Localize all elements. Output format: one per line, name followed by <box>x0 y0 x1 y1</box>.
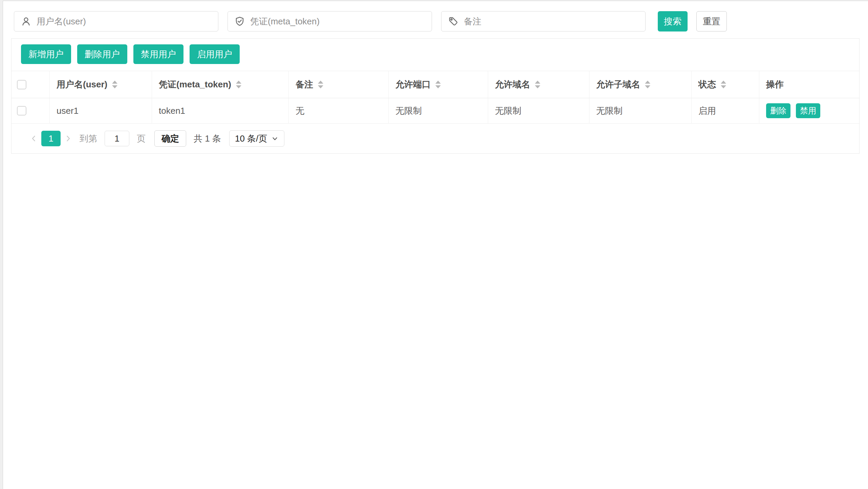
sort-icon[interactable] <box>645 81 650 88</box>
sort-icon[interactable] <box>721 81 726 88</box>
add-user-button[interactable]: 新增用户 <box>21 44 71 64</box>
token-search-field[interactable] <box>227 11 432 31</box>
column-header-username[interactable]: 用户名(user) <box>50 71 152 98</box>
page-unit-label: 页 <box>137 133 146 145</box>
action-toolbar: 新增用户 删除用户 禁用用户 启用用户 <box>12 39 859 64</box>
reset-button[interactable]: 重置 <box>696 11 727 31</box>
note-search-field[interactable] <box>441 11 646 31</box>
table-header-row: 用户名(user) 凭证(meta_token) 备注 允许端口 允许域名 <box>12 71 859 98</box>
cell-token: token1 <box>152 98 289 123</box>
chevron-left-icon <box>30 134 38 143</box>
column-label: 用户名(user) <box>57 79 107 90</box>
next-page-button[interactable] <box>61 131 75 146</box>
table-row: user1 token1 无 无限制 无限制 无限制 启用 删除 禁用 <box>12 98 859 124</box>
username-search-field[interactable] <box>14 11 218 31</box>
page-size-value: 10 条/页 <box>235 133 267 145</box>
column-header-token[interactable]: 凭证(meta_token) <box>152 71 289 98</box>
row-checkbox-cell <box>12 98 50 123</box>
prev-page-button[interactable] <box>27 131 41 146</box>
column-header-status[interactable]: 状态 <box>692 71 759 98</box>
cell-status: 启用 <box>692 98 759 123</box>
token-search-input[interactable] <box>250 16 425 27</box>
sort-icon[interactable] <box>535 81 540 88</box>
page-jump-input[interactable] <box>105 131 129 146</box>
delete-user-button[interactable]: 删除用户 <box>77 44 127 64</box>
column-label: 操作 <box>766 79 784 90</box>
column-header-allowed-subdomains[interactable]: 允许子域名 <box>589 71 692 98</box>
user-table-panel: 新增用户 删除用户 禁用用户 启用用户 用户名(user) 凭证(meta_to… <box>11 38 860 154</box>
chevron-right-icon <box>64 134 72 143</box>
column-header-note[interactable]: 备注 <box>289 71 389 98</box>
cell-allowed-ports: 无限制 <box>389 98 488 123</box>
sort-icon[interactable] <box>112 81 117 88</box>
search-button[interactable]: 搜索 <box>658 11 688 31</box>
sort-icon[interactable] <box>236 81 241 88</box>
column-label: 允许子域名 <box>596 79 640 90</box>
user-management-page: 搜索 重置 新增用户 删除用户 禁用用户 启用用户 用户名(user) 凭证(m… <box>3 1 868 489</box>
shield-check-icon <box>235 16 245 26</box>
column-label: 允许端口 <box>395 79 431 90</box>
cell-allowed-subdomains: 无限制 <box>589 98 692 123</box>
sort-icon[interactable] <box>318 81 323 88</box>
page-number-button[interactable]: 1 <box>41 131 61 146</box>
column-label: 凭证(meta_token) <box>159 79 231 90</box>
note-search-input[interactable] <box>464 16 638 27</box>
user-table: 用户名(user) 凭证(meta_token) 备注 允许端口 允许域名 <box>12 71 859 124</box>
column-label: 状态 <box>698 79 716 90</box>
cell-allowed-domains: 无限制 <box>488 98 589 123</box>
column-header-allowed-ports[interactable]: 允许端口 <box>389 71 488 98</box>
cell-username: user1 <box>50 98 152 123</box>
row-delete-button[interactable]: 删除 <box>766 103 790 118</box>
disable-user-button[interactable]: 禁用用户 <box>133 44 183 64</box>
cell-actions: 删除 禁用 <box>759 98 859 123</box>
search-toolbar: 搜索 重置 <box>11 11 868 31</box>
pagination-bar: 1 到第 页 确定 共 1 条 10 条/页 <box>12 124 859 153</box>
enable-user-button[interactable]: 启用用户 <box>190 44 240 64</box>
column-header-allowed-domains[interactable]: 允许域名 <box>488 71 589 98</box>
sort-icon[interactable] <box>435 81 441 88</box>
page-size-select[interactable]: 10 条/页 <box>229 130 284 147</box>
user-icon <box>21 16 31 26</box>
header-checkbox-cell <box>12 71 50 98</box>
total-count-label: 共 1 条 <box>194 133 221 145</box>
column-header-actions: 操作 <box>759 71 859 98</box>
select-all-checkbox[interactable] <box>17 80 26 89</box>
column-label: 备注 <box>296 79 313 90</box>
goto-page-label: 到第 <box>80 133 97 145</box>
tag-icon <box>448 16 458 26</box>
chevron-down-icon <box>271 135 279 142</box>
row-disable-button[interactable]: 禁用 <box>796 103 820 118</box>
cell-note: 无 <box>289 98 389 123</box>
row-checkbox[interactable] <box>17 106 26 115</box>
column-label: 允许域名 <box>495 79 530 90</box>
username-search-input[interactable] <box>37 16 211 27</box>
confirm-page-button[interactable]: 确定 <box>154 130 186 147</box>
